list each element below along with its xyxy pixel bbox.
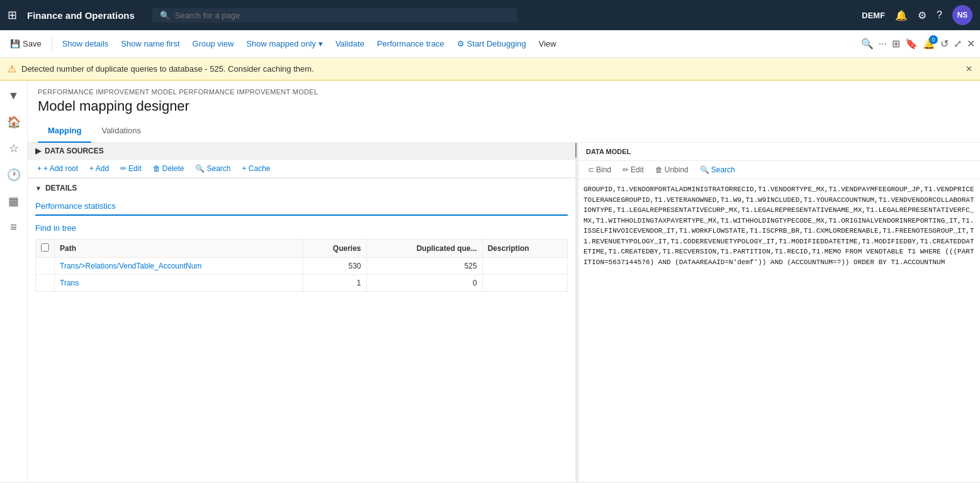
tab-validations[interactable]: Validations bbox=[91, 119, 151, 143]
view-button[interactable]: View bbox=[534, 36, 561, 51]
performance-table: Path Queries Duplicated que... Descripti… bbox=[35, 239, 568, 292]
app-title: Finance and Operations bbox=[27, 10, 135, 21]
data-sources-section: ▶ DATA SOURCES + + Add root + Add ✏ bbox=[28, 143, 575, 179]
search-toolbar-icon[interactable]: 🔍 bbox=[861, 38, 874, 50]
warning-close-icon[interactable]: ✕ bbox=[966, 64, 972, 74]
tab-mapping[interactable]: Mapping bbox=[38, 119, 91, 143]
search-input[interactable] bbox=[175, 11, 510, 20]
sidebar: ▼ 🏠 ☆ 🕐 ▦ ≡ bbox=[0, 80, 28, 482]
details-header[interactable]: ▼ DETAILS bbox=[35, 184, 568, 192]
grid-view-icon[interactable]: ⊞ bbox=[892, 38, 900, 50]
show-details-button[interactable]: Show details bbox=[57, 36, 114, 51]
toolbar: 💾 Save Show details Show name first Grou… bbox=[0, 30, 980, 58]
list-icon[interactable]: ≡ bbox=[6, 217, 21, 238]
expand-icon[interactable]: ⤢ bbox=[954, 38, 962, 50]
save-button[interactable]: 💾 Save bbox=[5, 36, 47, 51]
data-sources-header: ▶ DATA SOURCES bbox=[28, 143, 575, 160]
filter-icon[interactable]: ▼ bbox=[4, 86, 23, 106]
close-icon[interactable]: ✕ bbox=[967, 38, 975, 50]
col-description: Description bbox=[482, 240, 567, 258]
company-code: DEMF bbox=[862, 11, 885, 20]
start-debugging-button[interactable]: ⚙ Start Debugging bbox=[452, 36, 531, 51]
search-icon: 🔍 bbox=[160, 11, 170, 20]
split-container: ▶ DATA SOURCES + + Add root + Add ✏ bbox=[28, 143, 980, 482]
data-model-toolbar: ⊂ Bind ✏ Edit 🗑 Unbind 🔍 Search bbox=[578, 161, 980, 179]
row1-check bbox=[36, 258, 55, 275]
badge-button[interactable]: 🔔 0 bbox=[923, 38, 935, 50]
row1-duplicated: 525 bbox=[366, 258, 482, 275]
add-root-button[interactable]: + + Add root bbox=[33, 162, 82, 175]
delete-datasource-button[interactable]: 🗑 Delete bbox=[149, 162, 189, 175]
cache-button[interactable]: + Cache bbox=[238, 162, 275, 175]
data-sources-toolbar: + + Add root + Add ✏ Edit 🗑 Delete bbox=[28, 160, 575, 178]
search-datasource-button[interactable]: 🔍 Search bbox=[191, 162, 235, 175]
row1-path[interactable]: Trans/>Relations/VendTable_AccountNum bbox=[55, 258, 303, 275]
search-ds-icon: 🔍 bbox=[195, 164, 205, 173]
left-pane: ▶ DATA SOURCES + + Add root + Add ✏ bbox=[28, 143, 575, 482]
edit-datasource-button[interactable]: ✏ Edit bbox=[116, 162, 146, 175]
warning-icon: ⚠ bbox=[8, 63, 16, 75]
warning-message: Detected number of duplicate queries to … bbox=[21, 64, 314, 74]
content-panel: PERFORMANCE IMPROVEMENT MODEL PERFORMANC… bbox=[28, 80, 980, 482]
row1-path-link[interactable]: Trans/>Relations/VendTable_AccountNum bbox=[60, 262, 201, 270]
refresh-icon[interactable]: ↺ bbox=[940, 38, 949, 50]
select-all-checkbox[interactable] bbox=[41, 243, 49, 252]
row2-path[interactable]: Trans bbox=[55, 275, 303, 292]
table-row: Trans 1 0 bbox=[36, 275, 568, 292]
more-options-icon[interactable]: ··· bbox=[879, 38, 887, 50]
settings-icon[interactable]: ⚙ bbox=[918, 9, 926, 21]
show-name-first-button[interactable]: Show name first bbox=[116, 36, 184, 51]
unbind-icon: 🗑 bbox=[655, 165, 663, 174]
table-row: Trans/>Relations/VendTable_AccountNum 53… bbox=[36, 258, 568, 275]
sql-text: GROUPID,T1.VENDORPORTALADMINISTRATORRECI… bbox=[583, 184, 975, 267]
col-queries: Queries bbox=[303, 240, 366, 258]
global-search-bar[interactable]: 🔍 bbox=[152, 8, 517, 23]
perf-stats-tab[interactable]: Performance statistics bbox=[35, 197, 116, 216]
chevron-down-icon: ▾ bbox=[318, 39, 323, 48]
data-model-header: DATA MODEL bbox=[578, 143, 980, 161]
bind-button[interactable]: ⊂ Bind bbox=[583, 164, 616, 176]
row2-path-link[interactable]: Trans bbox=[60, 279, 79, 287]
edit-datamodel-button[interactable]: ✏ Edit bbox=[618, 164, 648, 176]
search-dm-icon: 🔍 bbox=[700, 165, 709, 174]
clock-icon[interactable]: 🕐 bbox=[3, 164, 25, 186]
star-icon[interactable]: ☆ bbox=[5, 138, 23, 159]
performance-trace-button[interactable]: Performance trace bbox=[372, 36, 449, 51]
tab-bar: Mapping Validations bbox=[28, 119, 980, 143]
details-label: DETAILS bbox=[45, 184, 77, 192]
row2-duplicated: 0 bbox=[366, 275, 482, 292]
show-mapped-only-dropdown[interactable]: Show mapped only ▾ bbox=[241, 36, 328, 51]
avatar[interactable]: NS bbox=[952, 5, 972, 25]
delete-icon: 🗑 bbox=[153, 164, 161, 173]
add-root-icon: + bbox=[37, 164, 42, 173]
data-sources-label: DATA SOURCES bbox=[45, 147, 104, 155]
notification-badge: 0 bbox=[929, 35, 938, 44]
show-mapped-only-button[interactable]: Show mapped only ▾ bbox=[241, 36, 328, 51]
divider-handle bbox=[575, 143, 577, 158]
validate-button[interactable]: Validate bbox=[330, 36, 369, 51]
col-path: Path bbox=[55, 240, 303, 258]
grid-icon[interactable]: ⊞ bbox=[8, 8, 17, 22]
details-section: ▼ DETAILS Performance statistics Find in… bbox=[28, 179, 575, 482]
add-button[interactable]: + Add bbox=[85, 162, 113, 175]
search-datamodel-button[interactable]: 🔍 Search bbox=[696, 164, 740, 176]
find-in-tree-link[interactable]: Find in tree bbox=[35, 223, 76, 233]
row2-check bbox=[36, 275, 55, 292]
home-icon[interactable]: 🏠 bbox=[3, 111, 25, 133]
right-pane: DATA MODEL ⊂ Bind ✏ Edit 🗑 Unbind bbox=[578, 143, 980, 482]
top-nav-right: DEMF 🔔 ⚙ ? NS bbox=[862, 5, 972, 25]
sql-content-area[interactable]: GROUPID,T1.VENDORPORTALADMINISTRATORRECI… bbox=[578, 179, 980, 482]
bind-icon: ⊂ bbox=[588, 165, 594, 174]
help-icon[interactable]: ? bbox=[937, 9, 942, 21]
table-icon[interactable]: ▦ bbox=[4, 191, 23, 212]
main-area: ▼ 🏠 ☆ 🕐 ▦ ≡ PERFORMANCE IMPROVEMENT MODE… bbox=[0, 80, 980, 482]
page-header: PERFORMANCE IMPROVEMENT MODEL PERFORMANC… bbox=[28, 80, 980, 119]
row1-queries: 530 bbox=[303, 258, 366, 275]
unbind-button[interactable]: 🗑 Unbind bbox=[651, 164, 693, 176]
bell-icon[interactable]: 🔔 bbox=[895, 9, 908, 21]
group-view-button[interactable]: Group view bbox=[188, 36, 239, 51]
warning-banner: ⚠ Detected number of duplicate queries t… bbox=[0, 58, 980, 80]
expand-datasources-icon[interactable]: ▶ bbox=[35, 147, 41, 155]
bookmark-icon[interactable]: 🔖 bbox=[905, 38, 918, 50]
perf-tab-bar: Performance statistics bbox=[35, 197, 568, 216]
